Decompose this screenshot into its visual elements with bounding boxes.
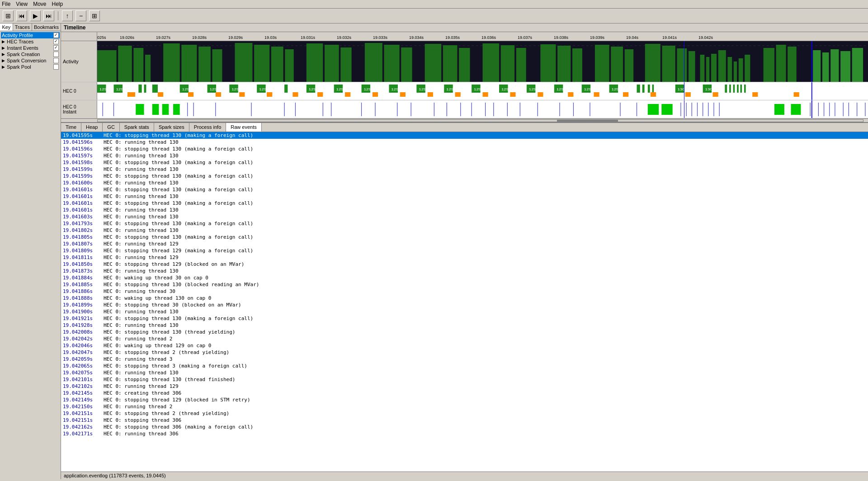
svg-rect-123 <box>568 92 573 97</box>
event-row[interactable]: 19.042008sHEC 0: stopping thread 130 (th… <box>61 329 868 335</box>
event-row[interactable]: 19.042145sHEC 0: creating thread 306 <box>61 390 868 396</box>
hec-traces-checkbox[interactable] <box>53 39 59 44</box>
toolbar-upload-btn[interactable]: ↑ <box>62 10 73 21</box>
tab-traces[interactable]: Traces <box>13 24 32 31</box>
svg-rect-39 <box>718 50 726 82</box>
event-row[interactable]: 19.041597sHEC 0: running thread 130 <box>61 152 868 159</box>
hec0-content[interactable]: 129 129 129 129 129 129 <box>97 82 868 100</box>
event-row[interactable]: 19.041601sHEC 0: stopping thread 130 (ma… <box>61 200 868 207</box>
spark-pool-arrow: ▶ <box>2 65 5 69</box>
event-row[interactable]: 19.041596sHEC 0: stopping thread 130 (ma… <box>61 146 868 152</box>
event-row[interactable]: 19.042065sHEC 0: stopping thread 3 (maki… <box>61 363 868 369</box>
event-row[interactable]: 19.041809sHEC 0: stopping thread 129 (ma… <box>61 247 868 254</box>
event-time: 19.041601s <box>63 200 104 206</box>
tab-heap[interactable]: Heap <box>81 123 103 132</box>
timeline-scrollbar[interactable] <box>61 118 868 122</box>
event-row[interactable]: 19.041599sHEC 0: stopping thread 130 (ma… <box>61 173 868 179</box>
events-table[interactable]: 19.041595sHEC 0: stopping thread 130 (ma… <box>61 132 868 472</box>
event-row[interactable]: 19.041596sHEC 0: running thread 130 <box>61 139 868 146</box>
tab-process-info[interactable]: Process info <box>189 123 226 132</box>
event-row[interactable]: 19.042171sHEC 0: running thread 306 <box>61 430 868 437</box>
event-row[interactable]: 19.042162sHEC 0: stopping thread 306 (ma… <box>61 424 868 430</box>
left-item-spark-conversion[interactable]: ▶ Spark Conversion <box>1 57 60 64</box>
event-row[interactable]: 19.042149sHEC 0: stopping thread 129 (bl… <box>61 396 868 403</box>
menu-help[interactable]: Help <box>52 1 63 7</box>
event-time: 19.041600s <box>63 180 104 186</box>
svg-rect-115 <box>345 92 350 97</box>
event-row[interactable]: 19.041599sHEC 0: running thread 130 <box>61 166 868 173</box>
tab-raw-events[interactable]: Raw events <box>226 123 261 132</box>
event-row[interactable]: 19.041601sHEC 0: running thread 130 <box>61 207 868 213</box>
event-row[interactable]: 19.041884sHEC 0: waking up thread 30 on … <box>61 274 868 281</box>
event-row[interactable]: 19.041805sHEC 0: stopping thread 130 (ma… <box>61 234 868 240</box>
svg-text:129: 129 <box>209 87 217 91</box>
event-row[interactable]: 19.041928sHEC 0: running thread 130 <box>61 322 868 329</box>
event-row[interactable]: 19.041807sHEC 0: running thread 129 <box>61 240 868 247</box>
svg-rect-111 <box>239 92 245 97</box>
event-row[interactable]: 19.041601sHEC 0: stopping thread 130 (ma… <box>61 186 868 193</box>
event-row[interactable]: 19.041885sHEC 0: stopping thread 130 (bl… <box>61 281 868 288</box>
event-row[interactable]: 19.041603sHEC 0: running thread 130 <box>61 213 868 220</box>
menu-file[interactable]: File <box>2 1 10 7</box>
spark-pool-checkbox[interactable] <box>53 64 59 70</box>
event-row[interactable]: 19.042047sHEC 0: stopping thread 2 (thre… <box>61 349 868 356</box>
event-row[interactable]: 19.041811sHEC 0: running thread 129 <box>61 254 868 261</box>
menu-view[interactable]: View <box>16 1 28 7</box>
left-item-instant-events[interactable]: ▶ Instant Events <box>1 45 60 51</box>
event-row[interactable]: 19.041900sHEC 0: running thread 130 <box>61 308 868 315</box>
svg-text:129: 129 <box>501 87 509 91</box>
spark-conversion-checkbox[interactable] <box>53 58 59 63</box>
toolbar-minus-btn[interactable]: − <box>75 10 86 21</box>
svg-rect-46 <box>788 47 796 82</box>
toolbar-home-btn[interactable]: ⊞ <box>3 10 14 21</box>
left-item-spark-pool[interactable]: ▶ Spark Pool <box>1 64 60 70</box>
event-row[interactable]: 19.042059sHEC 0: running thread 3 <box>61 356 868 363</box>
event-row[interactable]: 19.041802sHEC 0: running thread 130 <box>61 227 868 234</box>
event-row[interactable]: 19.041601sHEC 0: running thread 130 <box>61 193 868 200</box>
toolbar-grid-btn[interactable]: ⊞ <box>89 10 100 21</box>
event-row[interactable]: 19.041873sHEC 0: running thread 130 <box>61 268 868 274</box>
hec0-instant-content[interactable] <box>97 100 868 118</box>
svg-rect-5 <box>145 55 151 82</box>
activity-content[interactable] <box>97 41 868 82</box>
left-item-hec-traces[interactable]: ▶ HEC Traces <box>1 38 60 45</box>
spark-creation-checkbox[interactable] <box>53 52 59 57</box>
event-row[interactable]: 19.042075sHEC 0: running thread 130 <box>61 369 868 376</box>
event-row[interactable]: 19.042102sHEC 0: running thread 129 <box>61 383 868 390</box>
event-row[interactable]: 19.041793sHEC 0: stopping thread 130 (ma… <box>61 220 868 227</box>
timeline-area[interactable]: 025s 19.026s 19.027s 19.028s 19.029s 19.… <box>61 32 868 122</box>
event-row[interactable]: 19.042046sHEC 0: waking up thread 129 on… <box>61 342 868 349</box>
tab-time[interactable]: Time <box>61 123 81 132</box>
event-row[interactable]: 19.041888sHEC 0: waking up thread 130 on… <box>61 295 868 302</box>
tab-spark-stats[interactable]: Spark stats <box>120 123 154 132</box>
event-row[interactable]: 19.041886sHEC 0: running thread 30 <box>61 288 868 295</box>
left-item-activity-profile[interactable]: Activity Profile <box>1 32 60 38</box>
event-row[interactable]: 19.041850sHEC 0: stopping thread 129 (bl… <box>61 261 868 268</box>
toolbar-skip-btn[interactable]: ⏭ <box>43 10 54 21</box>
svg-rect-22 <box>459 48 470 82</box>
toolbar-forward-btn[interactable]: ▶ <box>30 10 41 21</box>
event-row[interactable]: 19.041921sHEC 0: stopping thread 130 (ma… <box>61 315 868 322</box>
event-row[interactable]: 19.041595sHEC 0: stopping thread 130 (ma… <box>61 132 868 139</box>
event-row[interactable]: 19.042042sHEC 0: running thread 2 <box>61 335 868 342</box>
event-row[interactable]: 19.041899sHEC 0: stopping thread 30 (blo… <box>61 302 868 308</box>
activity-profile-checkbox[interactable] <box>53 33 59 38</box>
event-time: 19.042059s <box>63 356 104 362</box>
event-row[interactable]: 19.042151sHEC 0: stopping thread 306 <box>61 417 868 424</box>
event-row[interactable]: 19.042150sHEC 0: running thread 2 <box>61 403 868 410</box>
menu-move[interactable]: Move <box>33 1 46 7</box>
event-row[interactable]: 19.042101sHEC 0: stopping thread 130 (th… <box>61 376 868 383</box>
event-row[interactable]: 19.042151sHEC 0: stopping thread 2 (thre… <box>61 410 868 417</box>
event-msg: HEC 0: stopping thread 130 (making a for… <box>104 316 866 321</box>
svg-rect-16 <box>340 47 351 82</box>
event-row[interactable]: 19.041600sHEC 0: running thread 130 <box>61 179 868 186</box>
left-item-spark-creation[interactable]: ▶ Spark Creation <box>1 51 60 57</box>
tab-key[interactable]: Key <box>0 24 13 31</box>
hec0-instant-label: HEC 0Instant <box>61 100 97 118</box>
toolbar-back-btn[interactable]: ⏮ <box>16 10 27 21</box>
event-row[interactable]: 19.041598sHEC 0: stopping thread 130 (ma… <box>61 159 868 166</box>
tab-gc[interactable]: GC <box>103 123 120 132</box>
tab-bookmarks[interactable]: Bookmarks <box>32 24 61 31</box>
tab-spark-sizes[interactable]: Spark sizes <box>154 123 189 132</box>
instant-events-checkbox[interactable] <box>53 45 59 51</box>
